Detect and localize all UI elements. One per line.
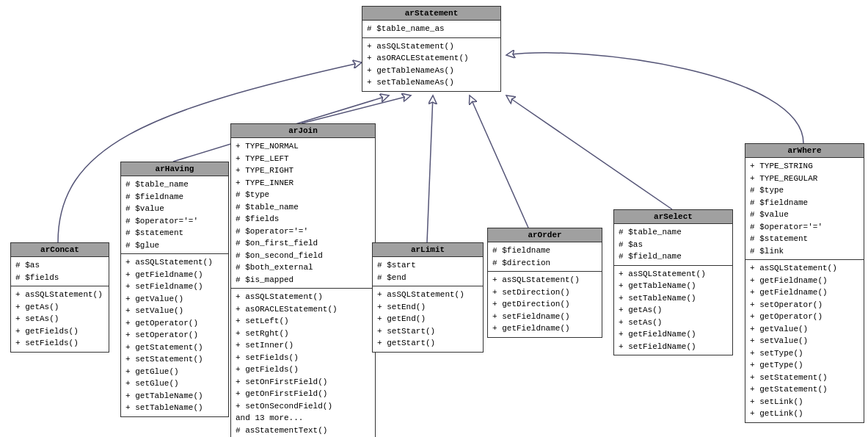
method: + setValue() [750,335,859,347]
attr: # $as [619,239,728,251]
method: + setRght() [236,328,371,340]
attr: # $type [750,184,859,197]
attr: + TYPE_NORMAL [236,140,371,153]
attr: + TYPE_REGULAR [750,173,859,185]
svg-line-0 [302,95,411,123]
attr: # $end [377,272,478,284]
method: + setFieldName() [619,341,728,353]
attr: # $operator='=' [750,221,859,234]
svg-line-2 [427,95,433,242]
method: + getOperator() [750,311,859,323]
method: + getLink() [750,408,859,420]
method: + getTableNameAs() [367,65,496,77]
method: + asSQLStatement() [750,262,859,275]
attr: # $fieldname [125,191,224,203]
attr: # $value [750,209,859,221]
attr: # $statement [750,233,859,245]
attr: # $glue [125,239,224,252]
class-arWhere-attributes: + TYPE_STRING + TYPE_REGULAR # $type # $… [745,158,864,260]
class-arJoin-methods: + asSQLStatement() + asORACLEStatement()… [231,289,375,437]
class-arStatement-methods: + asSQLStatement() + asORACLEStatement()… [362,38,500,91]
method: + asSQLStatement() [236,291,371,303]
class-arJoin-attributes: + TYPE_NORMAL + TYPE_LEFT + TYPE_RIGHT +… [231,138,375,289]
method: + getFields() [15,325,104,338]
method: + setStatement() [125,353,224,366]
method: + setFieldname() [492,311,597,323]
method: + setStart() [377,325,478,338]
method: + setStatement() [750,372,859,384]
method: + setTableName() [619,292,728,305]
method: + setType() [750,347,859,360]
class-arHaving-header: arHaving [121,162,228,176]
method: + getDirection() [492,298,597,311]
class-arConcat-attributes: # $as # $fields [11,257,109,286]
class-arJoin-header: arJoin [231,124,375,138]
attr: # $direction [492,257,597,270]
attr: # $field_name [619,250,728,263]
class-arOrder: arOrder # $fieldname # $direction + asSQ… [487,228,602,338]
method: + setOperator() [750,299,859,311]
attr: # $link [750,245,859,258]
attr: # $is_mapped [236,274,371,286]
method: + getFieldname() [125,269,224,281]
attr: # $as [15,259,104,272]
method: + asSQLStatement() [125,256,224,269]
method: + setFieldname() [125,281,224,293]
method: + setLink() [750,396,859,408]
class-arSelect-attributes: # $table_name # $as # $field_name [614,224,732,266]
attr: # $fields [236,213,371,225]
method: + asSQLStatement() [367,40,496,53]
method: + getOperator() [125,317,224,330]
method: + getTableName() [125,390,224,402]
attr: # $operator='=' [236,225,371,238]
method: + asSQLStatement() [492,274,597,286]
class-arHaving-attributes: # $table_name # $fieldname # $value # $o… [121,176,228,254]
method: + asSQLStatement() [619,268,728,281]
method: + setDirection() [492,286,597,299]
method: + getFields() [236,364,371,376]
method: + setFields() [15,337,104,350]
svg-line-3 [470,95,528,228]
method: + getFieldname() [750,286,859,299]
attr: # $on_first_field [236,237,371,250]
class-arLimit-header: arLimit [373,243,483,257]
method: + setAs() [619,317,728,329]
method: + setValue() [125,305,224,317]
class-arConcat-methods: + asSQLStatement() + getAs() + setAs() +… [11,286,109,352]
class-arStatement-attributes: # $table_name_as [362,21,500,38]
method: + asSQLStatement() [377,289,478,301]
attr: # $start [377,259,478,272]
method: + setOnFirstField() [236,376,371,389]
class-arOrder-header: arOrder [488,228,602,242]
method: + getTableName() [619,280,728,292]
class-arSelect-methods: + asSQLStatement() + getTableName() + se… [614,266,732,355]
attr: # $statement [125,227,224,239]
method: + getValue() [125,293,224,306]
attr: + TYPE_INNER [236,177,371,189]
class-arLimit: arLimit # $start # $end + asSQLStatement… [372,242,484,353]
method: + setAs() [15,313,104,325]
attr: # $on_second_field [236,250,371,262]
class-arHaving-methods: + asSQLStatement() + getFieldname() + se… [121,254,228,416]
attr: # $fieldname [750,197,859,209]
class-arConcat: arConcat # $as # $fields + asSQLStatemen… [10,242,109,353]
method: + asSQLStatement() [15,289,104,301]
class-arStatement: arStatement # $table_name_as + asSQLStat… [362,6,501,92]
method: + setOnSecondField() [236,400,371,413]
method: + getValue() [750,323,859,336]
class-arSelect: arSelect # $table_name # $as # $field_na… [613,209,733,355]
method: + getAs() [15,301,104,314]
class-arOrder-attributes: # $fieldname # $direction [488,242,602,272]
method: + getStatement() [750,383,859,396]
method: + setFields() [236,352,371,364]
class-arSelect-header: arSelect [614,210,732,224]
method: + getStart() [377,337,478,350]
attr: # $table_name [125,178,224,191]
attr: # $operator='=' [125,215,224,228]
method: + setTableName() [125,402,224,414]
method: + setInner() [236,339,371,352]
method: + getType() [750,359,859,372]
method: + getGlue() [125,366,224,378]
method: + getFieldname() [750,275,859,287]
class-arJoin: arJoin + TYPE_NORMAL + TYPE_LEFT + TYPE_… [230,123,376,437]
